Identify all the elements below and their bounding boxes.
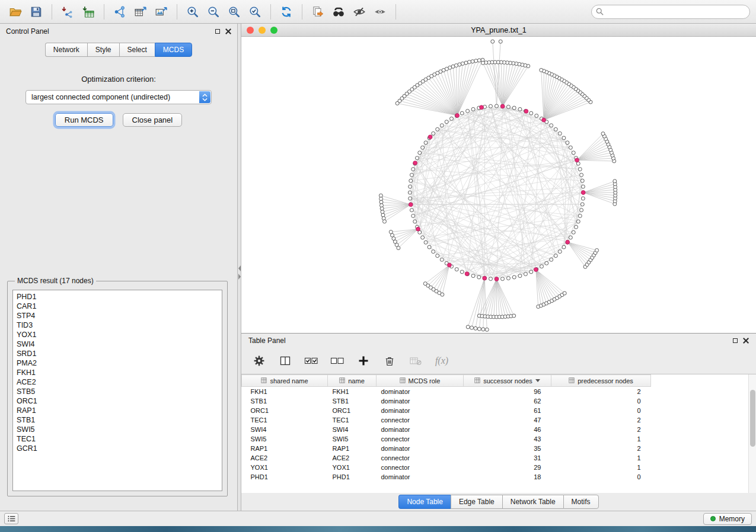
search-input[interactable] xyxy=(591,5,750,19)
cell-successor-nodes: 31 xyxy=(464,453,551,463)
refresh-icon[interactable] xyxy=(277,3,296,21)
settings-icon[interactable] xyxy=(252,352,266,370)
minimize-window-icon[interactable] xyxy=(259,27,266,34)
task-history-button[interactable] xyxy=(4,513,18,524)
column-header-successor-nodes[interactable]: successor nodes xyxy=(464,375,551,387)
memory-button[interactable]: Memory xyxy=(703,513,752,525)
table-row[interactable]: SWI4SWI4dominator462 xyxy=(242,425,651,434)
memory-label: Memory xyxy=(719,515,745,523)
maximize-window-icon[interactable] xyxy=(270,27,277,34)
column-header-predecessor-nodes[interactable]: predecessor nodes xyxy=(551,375,651,387)
table-row[interactable]: YOX1YOX1connector291 xyxy=(242,463,651,472)
fx-label: f(x) xyxy=(435,355,448,366)
tab-motifs[interactable]: Motifs xyxy=(563,495,599,509)
table-scrollbar[interactable] xyxy=(748,374,756,493)
float-panel-icon[interactable] xyxy=(215,29,220,34)
zoom-in-icon[interactable] xyxy=(183,3,202,21)
mcds-result-item[interactable]: SRD1 xyxy=(17,349,218,358)
cell-shared-name: TEC1 xyxy=(242,415,328,425)
network-view-title: YPA_prune.txt_1 xyxy=(241,26,756,34)
save-icon[interactable] xyxy=(27,3,46,21)
mcds-result-item[interactable]: STB5 xyxy=(17,387,218,396)
mcds-result-item[interactable]: YOX1 xyxy=(17,330,218,339)
mcds-result-item[interactable]: GCR1 xyxy=(17,444,218,453)
columns-icon[interactable] xyxy=(278,352,292,370)
apply-function-icon[interactable]: f(x) xyxy=(435,352,449,370)
copy-share-icon[interactable] xyxy=(308,3,327,21)
import-network-icon[interactable] xyxy=(58,3,77,21)
table-header-row: shared namenameMCDS rolesuccessor nodesp… xyxy=(242,375,651,387)
zoom-selected-icon[interactable] xyxy=(245,3,264,21)
table-row[interactable]: SWI5SWI5connector431 xyxy=(242,434,651,444)
tab-network[interactable]: Network xyxy=(45,43,87,57)
toolbar-separator xyxy=(104,4,104,20)
cell-name: PHD1 xyxy=(328,472,377,482)
delete-icon[interactable] xyxy=(382,352,397,370)
mcds-result-item[interactable]: PHD1 xyxy=(17,292,218,302)
mcds-result-item[interactable]: CAR1 xyxy=(17,302,218,311)
table-toolbar: f(x) xyxy=(241,348,756,374)
eye-icon[interactable] xyxy=(371,3,390,21)
mcds-result-item[interactable]: ACE2 xyxy=(17,377,218,387)
table-row[interactable]: PHD1PHD1dominator180 xyxy=(242,472,651,482)
cell-predecessor-nodes: 2 xyxy=(551,425,651,434)
table-row[interactable]: ACE2ACE2connector311 xyxy=(242,453,651,463)
export-table-icon[interactable] xyxy=(131,3,150,21)
mcds-result-list[interactable]: PHD1CAR1STP4TID3YOX1SWI4SRD1PMA2FKH1ACE2… xyxy=(12,290,222,491)
control-panel-header: Control Panel xyxy=(0,24,237,39)
tab-edge-table[interactable]: Edge Table xyxy=(451,495,502,509)
float-table-panel-icon[interactable] xyxy=(733,338,738,343)
deselect-all-icon[interactable] xyxy=(330,352,344,370)
mcds-result-item[interactable]: TID3 xyxy=(17,321,218,330)
close-window-icon[interactable] xyxy=(247,27,254,34)
close-panel-button[interactable]: Close panel xyxy=(123,113,183,127)
collapse-left-icon[interactable] xyxy=(238,265,241,271)
add-icon[interactable] xyxy=(356,352,371,370)
column-header-name[interactable]: name xyxy=(328,375,377,387)
network-canvas[interactable] xyxy=(241,37,756,333)
import-table-icon[interactable] xyxy=(79,3,98,21)
mcds-result-item[interactable]: STB1 xyxy=(17,415,218,425)
column-header-MCDS-role[interactable]: MCDS role xyxy=(377,375,464,387)
cell-MCDS-role: connector xyxy=(377,434,464,444)
mcds-result-item[interactable]: SWI5 xyxy=(17,425,218,434)
open-folder-icon[interactable] xyxy=(6,3,25,21)
panel-splitter[interactable] xyxy=(237,24,241,511)
network-share-icon[interactable] xyxy=(110,3,129,21)
collapse-right-icon[interactable] xyxy=(238,274,241,280)
mcds-result-item[interactable]: ORC1 xyxy=(17,396,218,406)
destroy-table-icon[interactable] xyxy=(409,352,423,370)
tab-mcds[interactable]: MCDS xyxy=(155,43,192,57)
close-table-panel-icon[interactable] xyxy=(743,338,749,344)
table-row[interactable]: FKH1FKH1dominator962 xyxy=(242,387,651,396)
close-panel-icon[interactable] xyxy=(225,28,231,34)
tab-style[interactable]: Style xyxy=(87,43,119,57)
mcds-result-item[interactable]: PMA2 xyxy=(17,358,218,368)
tab-network-table[interactable]: Network Table xyxy=(502,495,563,509)
chevron-down-icon xyxy=(535,379,540,382)
scrollbar-thumb[interactable] xyxy=(750,390,755,447)
network-view-titlebar: YPA_prune.txt_1 xyxy=(241,24,756,37)
mcds-result-item[interactable]: RAP1 xyxy=(17,406,218,415)
table-row[interactable]: TEC1TEC1connector472 xyxy=(242,415,651,425)
eye-slash-icon[interactable] xyxy=(350,3,369,21)
zoom-out-icon[interactable] xyxy=(204,3,223,21)
export-image-icon[interactable] xyxy=(152,3,171,21)
mcds-result-item[interactable]: STP4 xyxy=(17,311,218,321)
column-header-shared-name[interactable]: shared name xyxy=(242,375,328,387)
tab-node-table[interactable]: Node Table xyxy=(398,495,451,509)
binoculars-icon[interactable] xyxy=(329,3,348,21)
table-row[interactable]: RAP1RAP1dominator352 xyxy=(242,444,651,453)
mcds-result-item[interactable]: FKH1 xyxy=(17,368,218,377)
table-row[interactable]: ORC1ORC1dominator610 xyxy=(242,406,651,415)
table-row[interactable]: STB1STB1dominator620 xyxy=(242,396,651,406)
column-type-icon xyxy=(474,377,480,384)
zoom-fit-icon[interactable] xyxy=(225,3,244,21)
mcds-result-item[interactable]: SWI4 xyxy=(17,339,218,349)
tab-select[interactable]: Select xyxy=(119,43,155,57)
network-graph[interactable] xyxy=(241,37,756,333)
optimization-criterion-select[interactable]: largest connected component (undirected) xyxy=(25,90,212,104)
run-mcds-button[interactable]: Run MCDS xyxy=(55,113,113,127)
mcds-result-item[interactable]: TEC1 xyxy=(17,434,218,444)
select-all-icon[interactable] xyxy=(304,352,318,370)
